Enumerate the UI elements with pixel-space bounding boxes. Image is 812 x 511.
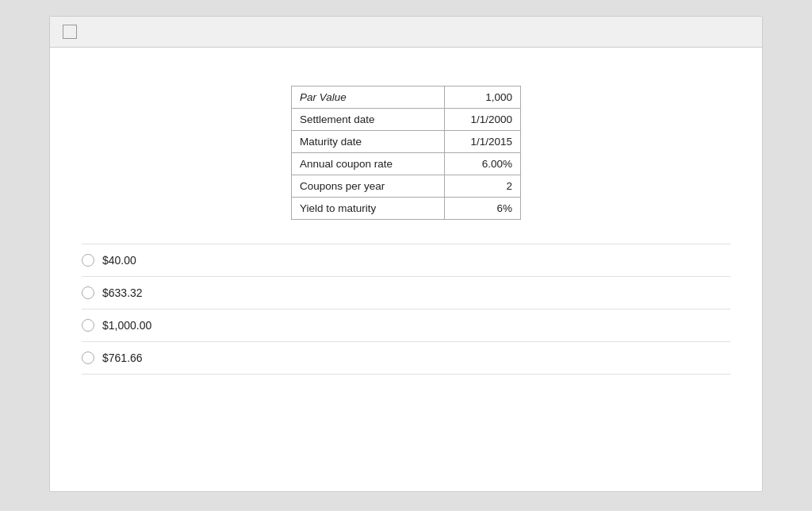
option-label: $633.32 bbox=[102, 286, 143, 299]
answer-option[interactable]: $1,000.00 bbox=[82, 309, 730, 341]
table-cell-label: Yield to maturity bbox=[292, 198, 445, 220]
answer-option[interactable]: $40.00 bbox=[82, 244, 730, 276]
answer-option[interactable]: $761.66 bbox=[82, 341, 730, 375]
table-cell-label: Maturity date bbox=[292, 131, 445, 153]
table-cell-value: 6.00% bbox=[444, 153, 520, 175]
answer-option[interactable]: $633.32 bbox=[82, 276, 730, 309]
table-cell-value: 1/1/2000 bbox=[444, 109, 520, 131]
table-cell-value: 2 bbox=[444, 175, 520, 198]
table-cell-value: 6% bbox=[444, 198, 520, 220]
table-row: Par Value1,000 bbox=[292, 86, 521, 109]
radio-button[interactable] bbox=[82, 352, 94, 364]
table-cell-label: Par Value bbox=[292, 86, 445, 109]
table-row: Yield to maturity6% bbox=[292, 198, 521, 220]
table-cell-label: Coupons per year bbox=[292, 175, 445, 198]
header-left bbox=[63, 25, 85, 39]
bond-table: Par Value1,000Settlement date1/1/2000Mat… bbox=[291, 86, 521, 220]
radio-button[interactable] bbox=[82, 319, 94, 332]
question-card: Par Value1,000Settlement date1/1/2000Mat… bbox=[49, 16, 763, 492]
option-label: $40.00 bbox=[102, 254, 136, 267]
table-cell-label: Settlement date bbox=[292, 109, 445, 131]
table-cell-value: 1,000 bbox=[444, 86, 520, 109]
table-row: Settlement date1/1/2000 bbox=[292, 109, 521, 131]
table-row: Annual coupon rate6.00% bbox=[292, 153, 521, 175]
table-row: Coupons per year2 bbox=[292, 175, 521, 198]
radio-button[interactable] bbox=[82, 254, 94, 267]
option-label: $1,000.00 bbox=[102, 319, 151, 332]
table-wrapper: Par Value1,000Settlement date1/1/2000Mat… bbox=[82, 86, 730, 220]
radio-button[interactable] bbox=[82, 286, 94, 299]
question-body: Par Value1,000Settlement date1/1/2000Mat… bbox=[50, 48, 762, 390]
bookmark-icon bbox=[63, 25, 77, 39]
answer-options: $40.00$633.32$1,000.00$761.66 bbox=[82, 244, 730, 375]
table-cell-label: Annual coupon rate bbox=[292, 153, 445, 175]
table-cell-value: 1/1/2015 bbox=[444, 131, 520, 153]
question-header bbox=[50, 17, 762, 48]
option-label: $761.66 bbox=[102, 352, 143, 364]
table-row: Maturity date1/1/2015 bbox=[292, 131, 521, 153]
